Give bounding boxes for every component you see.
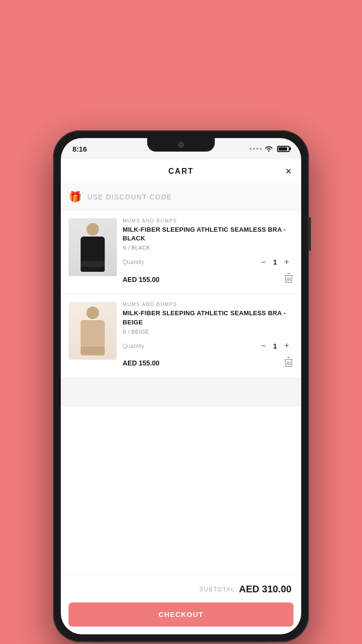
svg-rect-1 [287,273,290,274]
wifi-icon [265,145,273,153]
item-variant-1: S / BLACK [123,245,293,251]
quantity-label-2: Quantity [123,343,257,350]
item-price-row-2: AED 155.00 [123,357,293,370]
battery-icon [277,146,290,152]
quantity-value-1: 1 [270,258,280,266]
gift-icon: 🎁 [69,191,82,203]
status-time: 8:16 [72,145,87,153]
checkout-button[interactable]: CHECKOUT [69,602,293,627]
svg-rect-0 [284,275,293,276]
phone-notch [147,138,215,152]
phone-screen: 8:16 [61,138,301,634]
discount-input[interactable]: USE DISCOUNT CODE [87,193,172,201]
item-price-2: AED 155.00 [123,359,159,367]
cart-item: MUMS AND BUMPS MILK-FIBER SLEEPING ATHLE… [61,210,301,294]
cart-title: CART [168,167,194,176]
subtotal-value: AED 310.00 [239,584,292,595]
item-details-1: MUMS AND BUMPS MILK-FIBER SLEEPING ATHLE… [123,218,293,286]
quantity-row-1: Quantity − 1 + [123,255,293,269]
quantity-label-1: Quantity [123,259,257,266]
item-brand-2: MUMS AND BUMPS [123,302,293,307]
phone-mockup: 8:16 [53,130,309,642]
item-price-1: AED 155.00 [123,276,159,283]
item-image-black [69,218,117,276]
checkout-button-label: CHECKOUT [159,610,204,618]
delete-item-1[interactable] [284,273,293,286]
item-image-beige [69,302,117,360]
cart-header: CART × [61,159,301,184]
item-variant-2: S / BEIGE [123,329,293,335]
quantity-value-2: 1 [270,342,280,350]
close-button[interactable]: × [285,166,292,177]
svg-rect-5 [284,359,293,360]
app-content: CART × 🎁 USE DISCOUNT CODE [61,159,301,634]
quantity-decrease-2[interactable]: − [257,339,270,353]
svg-rect-6 [287,357,290,358]
delete-item-2[interactable] [284,357,293,370]
quantity-decrease-1[interactable]: − [257,255,270,269]
item-details-2: MUMS AND BUMPS MILK-FIBER SLEEPING ATHLE… [123,302,293,369]
phone-shell: 8:16 [53,130,309,642]
item-brand-1: MUMS AND BUMPS [123,218,293,224]
quantity-increase-2[interactable]: + [280,339,293,353]
item-name-1: MILK-FIBER SLEEPING ATHLETIC SEAMLESS BR… [123,225,293,243]
quantity-row-2: Quantity − 1 + [123,339,293,353]
cart-item: MUMS AND BUMPS MILK-FIBER SLEEPING ATHLE… [61,294,301,378]
subtotal-area: SUBTOTAL AED 310.00 [61,575,301,602]
quantity-increase-1[interactable]: + [280,255,293,269]
signal-icon [250,148,262,150]
discount-bar[interactable]: 🎁 USE DISCOUNT CODE [61,184,301,210]
item-price-row-1: AED 155.00 [123,273,293,286]
front-camera [178,142,184,148]
cart-items-list: MUMS AND BUMPS MILK-FIBER SLEEPING ATHLE… [61,210,301,575]
status-icons [250,145,290,153]
subtotal-label: SUBTOTAL [199,586,235,593]
item-name-2: MILK-FIBER SLEEPING ATHLETIC SEAMLESS BR… [123,309,293,326]
empty-scroll-area [61,378,301,407]
